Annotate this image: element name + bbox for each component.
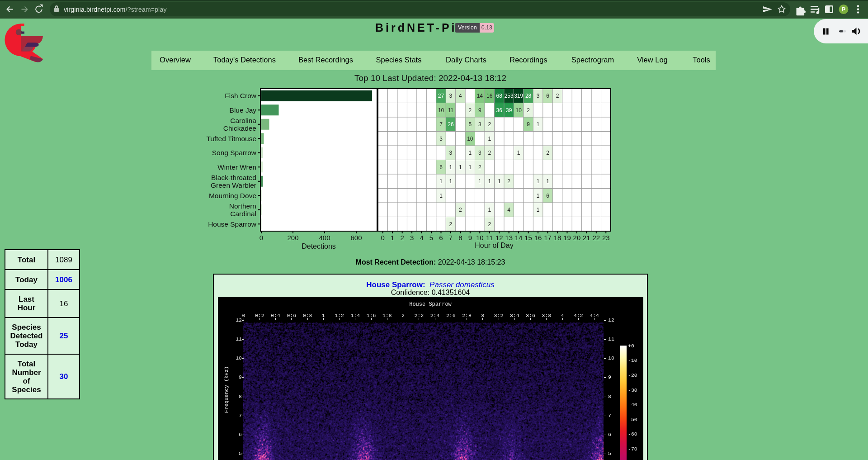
svg-text:1: 1 — [537, 193, 540, 199]
svg-text:Tufted Titmouse: Tufted Titmouse — [206, 135, 256, 142]
svg-text:27: 27 — [438, 93, 444, 99]
svg-text:7: 7 — [439, 121, 443, 128]
svg-text:3: 3 — [449, 93, 453, 99]
svg-text:1: 1 — [469, 164, 472, 171]
svg-text:4: 4 — [507, 207, 510, 213]
svg-text:400: 400 — [319, 234, 330, 242]
svg-text:0: 0 — [381, 234, 385, 242]
svg-text:36: 36 — [496, 107, 503, 114]
svg-text:16: 16 — [534, 234, 542, 242]
svg-text:16: 16 — [486, 93, 493, 99]
svg-text:3: 3 — [478, 150, 481, 156]
svg-text:20: 20 — [573, 234, 581, 242]
svg-text:1: 1 — [469, 150, 472, 156]
svg-text:Carolina: Carolina — [230, 117, 256, 124]
svg-text:11: 11 — [448, 107, 454, 114]
svg-text:Green Warbler: Green Warbler — [211, 181, 256, 189]
svg-text:17: 17 — [544, 234, 552, 242]
svg-text:10: 10 — [515, 107, 522, 114]
svg-text:1: 1 — [478, 178, 481, 185]
svg-text:6: 6 — [439, 234, 443, 242]
svg-text:House Sparrow: House Sparrow — [208, 220, 257, 228]
svg-text:Black-throated: Black-throated — [211, 174, 256, 181]
svg-text:14: 14 — [477, 93, 483, 99]
svg-text:68: 68 — [496, 93, 503, 99]
svg-text:1: 1 — [546, 178, 549, 185]
svg-text:6: 6 — [546, 193, 549, 199]
svg-text:200: 200 — [287, 234, 298, 242]
svg-text:Mourning Dove: Mourning Dove — [209, 192, 256, 199]
svg-text:4: 4 — [420, 234, 423, 242]
svg-text:3: 3 — [439, 136, 443, 142]
svg-text:Cardinal: Cardinal — [230, 210, 256, 218]
svg-text:2: 2 — [459, 207, 462, 213]
svg-text:26: 26 — [448, 121, 454, 128]
svg-text:2: 2 — [449, 221, 453, 228]
svg-text:4: 4 — [459, 93, 462, 99]
svg-text:Detections: Detections — [302, 242, 336, 250]
svg-text:319: 319 — [514, 93, 523, 99]
svg-text:Hour of Day: Hour of Day — [475, 242, 513, 249]
svg-text:1: 1 — [537, 207, 540, 213]
svg-text:2: 2 — [556, 93, 559, 99]
svg-text:8: 8 — [458, 234, 462, 242]
svg-text:19: 19 — [563, 234, 571, 242]
svg-text:39: 39 — [506, 107, 512, 114]
svg-text:18: 18 — [554, 234, 561, 242]
svg-text:1: 1 — [449, 164, 453, 171]
svg-text:2: 2 — [507, 178, 510, 185]
svg-text:1: 1 — [517, 150, 520, 156]
svg-text:12: 12 — [495, 234, 503, 242]
svg-text:2: 2 — [469, 107, 472, 114]
svg-text:9: 9 — [527, 121, 530, 128]
svg-text:1: 1 — [488, 178, 491, 185]
svg-text:Blue Jay: Blue Jay — [230, 106, 257, 114]
svg-text:9: 9 — [478, 107, 481, 114]
svg-text:3: 3 — [478, 121, 481, 128]
svg-text:253: 253 — [505, 93, 514, 99]
svg-text:6: 6 — [439, 164, 443, 171]
svg-text:Song Sparrow: Song Sparrow — [212, 149, 257, 156]
svg-text:1: 1 — [439, 193, 443, 199]
svg-text:2: 2 — [488, 121, 491, 128]
svg-text:5: 5 — [429, 234, 433, 242]
svg-text:1: 1 — [449, 178, 453, 185]
svg-text:21: 21 — [583, 234, 590, 242]
svg-text:28: 28 — [525, 93, 532, 99]
svg-text:2: 2 — [546, 150, 549, 156]
svg-text:10: 10 — [476, 234, 484, 242]
svg-text:3: 3 — [449, 150, 453, 156]
svg-text:10: 10 — [438, 107, 444, 114]
svg-text:3: 3 — [537, 93, 540, 99]
svg-text:15: 15 — [524, 234, 532, 242]
svg-text:0: 0 — [259, 234, 263, 242]
svg-text:2: 2 — [488, 221, 491, 228]
svg-text:7: 7 — [449, 234, 453, 242]
svg-text:22: 22 — [592, 234, 600, 242]
svg-text:2: 2 — [527, 107, 530, 114]
svg-text:P: P — [842, 6, 845, 13]
svg-text:600: 600 — [350, 234, 362, 242]
svg-text:Northern: Northern — [229, 202, 256, 210]
svg-text:Winter Wren: Winter Wren — [217, 163, 256, 171]
svg-text:9: 9 — [468, 234, 472, 242]
svg-text:1: 1 — [391, 234, 394, 242]
svg-text:1: 1 — [498, 178, 501, 185]
svg-text:13: 13 — [505, 234, 513, 242]
svg-text:Chickadee: Chickadee — [223, 124, 256, 132]
svg-text:23: 23 — [602, 234, 610, 242]
svg-text:2: 2 — [478, 164, 481, 171]
svg-text:5: 5 — [469, 121, 472, 128]
svg-text:1: 1 — [537, 121, 540, 128]
svg-text:1: 1 — [537, 178, 540, 185]
svg-text:1: 1 — [439, 178, 443, 185]
svg-text:2: 2 — [400, 234, 404, 242]
svg-text:1: 1 — [488, 207, 491, 213]
svg-text:3: 3 — [410, 234, 414, 242]
svg-text:6: 6 — [546, 93, 549, 99]
svg-text:14: 14 — [515, 234, 523, 242]
svg-text:Fish Crow: Fish Crow — [225, 92, 257, 100]
svg-text:1: 1 — [488, 136, 491, 142]
svg-text:2: 2 — [488, 150, 491, 156]
svg-text:11: 11 — [486, 234, 493, 242]
